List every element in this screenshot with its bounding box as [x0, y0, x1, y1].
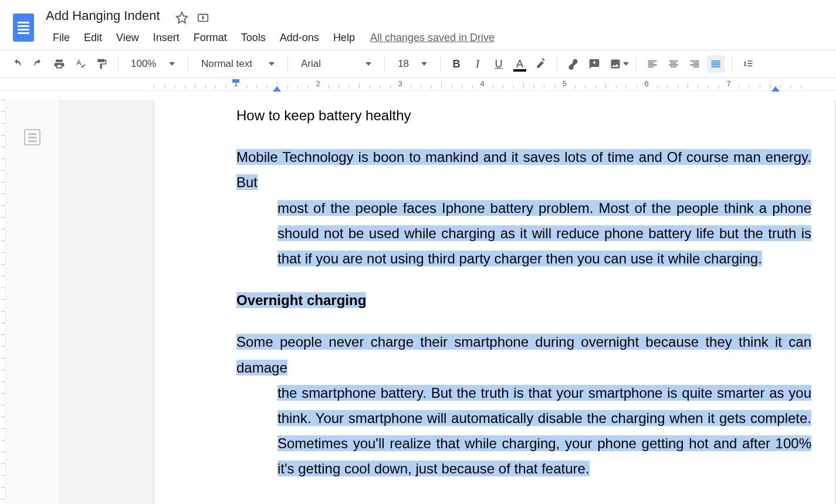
document-title[interactable]: Add Hanging Indent: [46, 7, 160, 25]
redo-button[interactable]: [29, 55, 47, 73]
move-icon[interactable]: [197, 11, 209, 24]
save-status[interactable]: All changes saved in Drive: [370, 32, 495, 44]
bold-button[interactable]: B: [448, 55, 465, 73]
paragraph-style-select[interactable]: Normal text: [195, 58, 280, 70]
chevron-down-icon: [269, 62, 275, 66]
zoom-select[interactable]: 100%: [125, 58, 181, 70]
text-color-button[interactable]: A: [511, 55, 529, 73]
outline-panel: [6, 100, 59, 504]
menu-format[interactable]: Format: [187, 28, 234, 48]
chevron-down-icon: [365, 62, 371, 66]
align-center-button[interactable]: [665, 55, 682, 73]
align-justify-button[interactable]: [707, 55, 725, 73]
menu-insert[interactable]: Insert: [146, 28, 187, 48]
chevron-down-icon[interactable]: [623, 62, 629, 66]
toolbar: 100% Normal text Arial 18 B I U A: [0, 50, 836, 78]
spellcheck-button[interactable]: [72, 55, 89, 73]
chevron-down-icon: [421, 62, 427, 66]
align-left-button[interactable]: [644, 55, 661, 73]
menubar: File Edit View Insert Format Tools Add-o…: [46, 28, 825, 48]
menu-help[interactable]: Help: [326, 28, 362, 48]
vertical-ruler[interactable]: [0, 100, 6, 504]
chevron-down-icon: [169, 62, 175, 66]
undo-button[interactable]: [8, 55, 26, 73]
insert-image-button[interactable]: [607, 55, 624, 73]
highlight-button[interactable]: [532, 55, 550, 73]
print-button[interactable]: [50, 55, 68, 73]
paragraph: Mobile Technology is boon to mankind and…: [236, 144, 811, 271]
heading: Switch off your phone: [236, 498, 811, 504]
paragraph: Some people never charge their smartphon…: [236, 329, 811, 481]
document-page[interactable]: How to keep battery healthy Mobile Techn…: [154, 100, 835, 504]
underline-button[interactable]: U: [490, 55, 507, 73]
italic-button[interactable]: I: [469, 55, 486, 73]
menu-tools[interactable]: Tools: [234, 28, 273, 48]
font-size-select[interactable]: 18: [392, 58, 433, 70]
outline-toggle-icon[interactable]: [24, 129, 40, 146]
line-spacing-button[interactable]: [739, 55, 757, 73]
docs-logo[interactable]: [11, 11, 36, 44]
menu-file[interactable]: File: [46, 28, 77, 48]
star-icon[interactable]: [175, 11, 188, 24]
font-select[interactable]: Arial: [295, 58, 377, 70]
body-text: How to keep battery healthy: [236, 103, 811, 128]
paint-format-button[interactable]: [93, 55, 110, 73]
menu-view[interactable]: View: [109, 28, 146, 48]
align-right-button[interactable]: [686, 55, 703, 73]
heading: Overnight charging: [236, 287, 811, 313]
add-comment-button[interactable]: [585, 55, 603, 73]
menu-addons[interactable]: Add-ons: [273, 28, 326, 48]
menu-edit[interactable]: Edit: [77, 28, 109, 48]
horizontal-ruler[interactable]: 1234567: [0, 78, 836, 91]
insert-link-button[interactable]: [564, 55, 582, 73]
